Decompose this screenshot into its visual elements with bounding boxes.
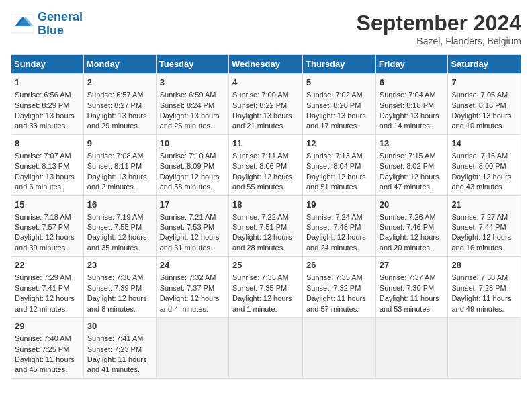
- day-info: and 24 minutes.: [306, 243, 372, 253]
- day-cell: 25Sunrise: 7:33 AMSunset: 7:35 PMDayligh…: [228, 257, 302, 318]
- day-info: Daylight: 12 hours: [451, 232, 517, 242]
- day-info: Sunset: 7:48 PM: [306, 222, 372, 232]
- day-info: and 20 minutes.: [380, 243, 445, 253]
- col-header-thursday: Thursday: [303, 55, 376, 74]
- day-info: and 16 minutes.: [451, 243, 517, 253]
- day-number: 22: [15, 259, 80, 271]
- day-info: Sunset: 7:25 PM: [15, 345, 80, 355]
- day-info: Sunrise: 7:26 AM: [380, 212, 445, 222]
- day-info: Sunset: 8:13 PM: [15, 161, 80, 171]
- day-info: Sunrise: 7:24 AM: [306, 212, 372, 222]
- logo-icon: [11, 14, 35, 34]
- day-info: and 31 minutes.: [160, 243, 225, 253]
- day-cell: 30Sunrise: 7:41 AMSunset: 7:23 PMDayligh…: [83, 318, 156, 379]
- day-info: Sunset: 8:27 PM: [87, 101, 152, 111]
- day-info: Sunset: 7:57 PM: [15, 222, 80, 232]
- day-info: Daylight: 11 hours: [15, 355, 80, 365]
- day-info: Daylight: 12 hours: [306, 172, 372, 182]
- day-cell: 4Sunrise: 7:00 AMSunset: 8:22 PMDaylight…: [228, 74, 302, 135]
- col-header-wednesday: Wednesday: [228, 55, 302, 74]
- day-number: 15: [15, 199, 80, 211]
- day-info: Sunrise: 7:22 AM: [232, 212, 299, 222]
- day-info: Daylight: 12 hours: [15, 232, 80, 242]
- day-info: Sunrise: 7:30 AM: [87, 273, 152, 283]
- day-info: Sunrise: 7:19 AM: [87, 212, 152, 222]
- day-info: Daylight: 12 hours: [232, 172, 299, 182]
- day-cell: 9Sunrise: 7:08 AMSunset: 8:11 PMDaylight…: [83, 134, 156, 195]
- day-cell: 18Sunrise: 7:22 AMSunset: 7:51 PMDayligh…: [228, 195, 302, 257]
- day-info: Sunset: 8:06 PM: [232, 161, 299, 171]
- day-cell: 5Sunrise: 7:02 AMSunset: 8:20 PMDaylight…: [303, 74, 376, 135]
- day-info: Sunset: 7:30 PM: [380, 283, 445, 293]
- day-info: Sunset: 7:32 PM: [306, 283, 372, 293]
- day-cell: 10Sunrise: 7:10 AMSunset: 8:09 PMDayligh…: [156, 134, 228, 195]
- day-cell: 15Sunrise: 7:18 AMSunset: 7:57 PMDayligh…: [11, 195, 84, 257]
- day-cell: 16Sunrise: 7:19 AMSunset: 7:55 PMDayligh…: [83, 195, 156, 257]
- day-info: Daylight: 12 hours: [451, 172, 517, 182]
- day-info: and 1 minute.: [232, 304, 299, 314]
- day-info: Sunset: 8:02 PM: [380, 161, 445, 171]
- day-info: and 8 minutes.: [87, 304, 152, 314]
- day-info: Daylight: 13 hours: [15, 111, 80, 121]
- day-info: Sunrise: 7:33 AM: [232, 273, 299, 283]
- day-number: 30: [87, 320, 152, 332]
- day-info: Sunrise: 7:16 AM: [451, 151, 517, 161]
- day-number: 2: [87, 77, 152, 89]
- logo: General Blue: [11, 11, 83, 38]
- day-info: and 2 minutes.: [87, 182, 152, 192]
- day-info: Sunset: 8:18 PM: [380, 101, 445, 111]
- location-subtitle: Bazel, Flanders, Belgium: [357, 36, 521, 46]
- day-info: Sunrise: 7:27 AM: [451, 212, 517, 222]
- day-info: Daylight: 11 hours: [306, 293, 372, 304]
- week-row-1: 1Sunrise: 6:56 AMSunset: 8:29 PMDaylight…: [11, 74, 521, 135]
- day-info: and 49 minutes.: [451, 304, 517, 314]
- day-cell: 21Sunrise: 7:27 AMSunset: 7:44 PMDayligh…: [448, 195, 521, 257]
- title-block: September 2024 Bazel, Flanders, Belgium: [357, 11, 521, 46]
- day-info: Sunset: 7:53 PM: [160, 222, 225, 232]
- day-info: Daylight: 12 hours: [160, 172, 225, 182]
- day-info: Sunrise: 7:04 AM: [380, 90, 445, 100]
- day-info: Sunrise: 7:10 AM: [160, 151, 225, 161]
- day-number: 21: [451, 199, 517, 211]
- day-cell: 27Sunrise: 7:37 AMSunset: 7:30 PMDayligh…: [375, 257, 448, 318]
- day-info: and 41 minutes.: [87, 365, 152, 375]
- day-info: Sunset: 8:00 PM: [451, 161, 517, 171]
- day-cell: 24Sunrise: 7:32 AMSunset: 7:37 PMDayligh…: [156, 257, 228, 318]
- day-info: Daylight: 12 hours: [306, 232, 372, 242]
- day-info: Sunrise: 6:56 AM: [15, 90, 80, 100]
- day-cell: [375, 318, 448, 379]
- day-info: Daylight: 12 hours: [160, 293, 225, 304]
- day-cell: 11Sunrise: 7:11 AMSunset: 8:06 PMDayligh…: [228, 134, 302, 195]
- day-cell: 12Sunrise: 7:13 AMSunset: 8:04 PMDayligh…: [303, 134, 376, 195]
- day-cell: 3Sunrise: 6:59 AMSunset: 8:24 PMDaylight…: [156, 74, 228, 135]
- day-info: Sunset: 8:22 PM: [232, 101, 299, 111]
- day-info: and 51 minutes.: [306, 182, 372, 192]
- day-info: Sunset: 7:44 PM: [451, 222, 517, 232]
- day-number: 8: [15, 138, 80, 150]
- day-info: and 17 minutes.: [306, 121, 372, 131]
- day-number: 17: [160, 199, 225, 211]
- day-info: Daylight: 13 hours: [87, 172, 152, 182]
- day-number: 6: [380, 77, 445, 89]
- col-header-monday: Monday: [83, 55, 156, 74]
- col-header-tuesday: Tuesday: [156, 55, 228, 74]
- day-info: and 57 minutes.: [306, 304, 372, 314]
- day-cell: 19Sunrise: 7:24 AMSunset: 7:48 PMDayligh…: [303, 195, 376, 257]
- day-info: and 12 minutes.: [15, 304, 80, 314]
- day-info: Sunrise: 7:11 AM: [232, 151, 299, 161]
- day-info: and 21 minutes.: [232, 121, 299, 131]
- day-info: Sunset: 7:46 PM: [380, 222, 445, 232]
- day-info: and 58 minutes.: [160, 182, 225, 192]
- day-info: Sunrise: 7:38 AM: [451, 273, 517, 283]
- day-info: and 53 minutes.: [380, 304, 445, 314]
- day-info: Daylight: 11 hours: [451, 293, 517, 304]
- day-info: Daylight: 13 hours: [87, 111, 152, 121]
- day-info: and 39 minutes.: [15, 243, 80, 253]
- day-info: Sunrise: 7:07 AM: [15, 151, 80, 161]
- day-info: Daylight: 12 hours: [232, 232, 299, 242]
- day-info: Sunset: 7:28 PM: [451, 283, 517, 293]
- day-cell: 2Sunrise: 6:57 AMSunset: 8:27 PMDaylight…: [83, 74, 156, 135]
- day-info: Daylight: 13 hours: [451, 111, 517, 121]
- day-cell: 13Sunrise: 7:15 AMSunset: 8:02 PMDayligh…: [375, 134, 448, 195]
- day-info: Sunset: 8:24 PM: [160, 101, 225, 111]
